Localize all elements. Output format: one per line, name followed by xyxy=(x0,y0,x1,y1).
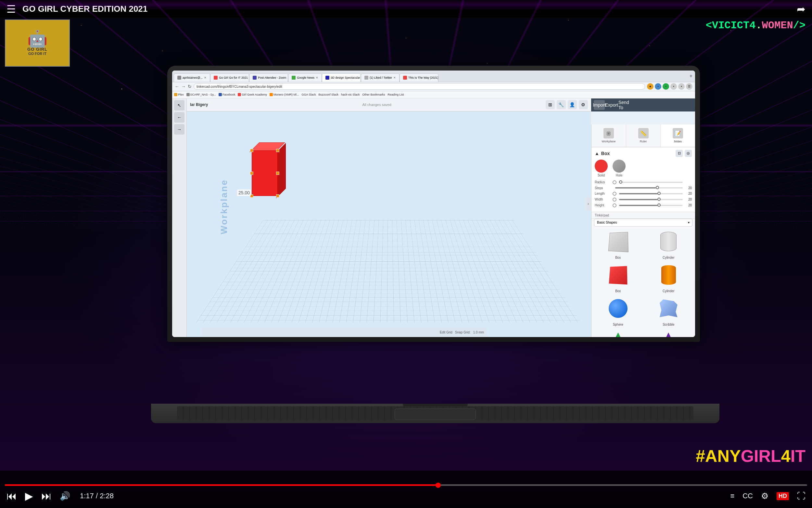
tc-steps-slider[interactable] xyxy=(615,187,683,188)
tc-collapse-panel[interactable]: › xyxy=(585,197,591,210)
tc-length-circle[interactable] xyxy=(613,192,617,196)
tc-shape-box-wire[interactable]: Box xyxy=(594,228,642,259)
selection-handle-ml[interactable] xyxy=(250,172,253,175)
selection-handle-br[interactable] xyxy=(276,194,279,198)
tc-shape-pyramid-purple[interactable]: Cylinder xyxy=(645,329,693,337)
share-button[interactable]: ➦ xyxy=(797,3,806,15)
browser-tab-7[interactable]: This Is The Way (2021)... ✕ xyxy=(399,74,438,82)
tc-expand-arrow[interactable]: ▲ xyxy=(595,151,599,156)
tc-box-view-2[interactable]: ◎ xyxy=(685,150,692,157)
tc-shape-preview-pyramid-green xyxy=(605,329,631,337)
tc-tab-workplane[interactable]: ⊞ Workplane xyxy=(591,125,626,147)
tab-close-6[interactable]: ✕ xyxy=(393,76,396,79)
browser-tab-5[interactable]: 3D design Spectacular B... ✕ xyxy=(322,74,361,82)
tc-tools-icon[interactable]: 🔧 xyxy=(557,100,566,109)
selection-handle-tr[interactable] xyxy=(276,149,279,152)
video-thumbnail[interactable]: 🤖 GO GIRL GO FOR IT xyxy=(5,19,70,67)
tc-radius-circle[interactable] xyxy=(613,180,617,184)
action-btn-4[interactable]: • xyxy=(670,83,677,90)
tc-width-slider[interactable] xyxy=(619,199,683,200)
bookmark-hackvic[interactable]: hack-vic Slack xyxy=(341,93,360,96)
video-controls: ⏮ ▶ ⏭ 🔊 1:17 / 2:28 ≡ CC ⚙ HD ⛶ xyxy=(0,471,812,508)
browser-tab-2[interactable]: Go Girl Go for IT 2021 ✕ xyxy=(210,74,249,82)
tc-shapes-dropdown[interactable]: Basic Shapes ▾ xyxy=(594,219,692,226)
tc-hole-button[interactable]: Hole xyxy=(613,160,626,177)
volume-button[interactable]: 🔊 xyxy=(60,491,70,501)
bookmark-ggaslack[interactable]: GGA Slack xyxy=(301,93,316,96)
tc-prop-radius: Radius xyxy=(595,180,692,184)
forward-button[interactable]: → xyxy=(181,84,186,89)
tc-width-circle[interactable] xyxy=(613,198,617,202)
refresh-button[interactable]: ↻ xyxy=(188,84,192,89)
browser-tab-1[interactable]: aprilstaines@... ✕ xyxy=(174,74,210,82)
back-button[interactable]: ← xyxy=(175,84,179,89)
tc-shape-label-sphere: Sphere xyxy=(613,323,623,326)
tc-shape-sphere[interactable]: Sphere xyxy=(594,295,642,326)
tc-shape-cylinder-orange[interactable]: Cylinder xyxy=(645,262,693,293)
tc-tool-nav-back[interactable]: ← xyxy=(174,112,185,123)
tc-tool-select[interactable]: ↖ xyxy=(174,100,185,111)
tc-view-toggle[interactable]: ⊞ xyxy=(546,100,555,109)
bookmark-scarf[interactable]: SCARF_NAS - Sy... xyxy=(186,93,216,96)
menu-button[interactable]: ☰ xyxy=(6,3,16,15)
action-btn-1[interactable]: ★ xyxy=(647,83,654,90)
progress-bar-thumb[interactable] xyxy=(436,483,441,488)
tc-tool-nav-fwd[interactable]: → xyxy=(174,124,185,134)
browser-tab-4[interactable]: Google News ✕ xyxy=(288,74,322,82)
tc-edit-grid[interactable]: Edit Grid xyxy=(440,331,452,334)
tc-shape-pyramid-green[interactable]: Box xyxy=(594,329,642,337)
selection-handle-mr[interactable] xyxy=(276,172,279,175)
tc-3d-box-object[interactable] xyxy=(252,151,278,196)
tc-height-circle[interactable] xyxy=(613,204,617,207)
caption-button[interactable]: CC xyxy=(743,492,753,500)
tab-close-4[interactable]: ✕ xyxy=(316,76,318,79)
tc-radius-slider[interactable] xyxy=(619,182,683,183)
vicict4-branding: <VICICT4.WOMEN/> xyxy=(706,19,806,32)
tc-settings-icon[interactable]: ⚙ xyxy=(579,100,588,109)
fullscreen-button[interactable]: ⛶ xyxy=(797,491,806,501)
tc-shape-box-red[interactable]: Box xyxy=(594,262,642,293)
action-btn-2[interactable]: • xyxy=(655,83,661,90)
action-btn-3[interactable]: • xyxy=(663,83,669,90)
tc-length-slider[interactable] xyxy=(619,193,683,194)
tc-profile-icon[interactable]: 👤 xyxy=(568,100,577,109)
tc-tab-notes[interactable]: 📝 Notes xyxy=(661,125,695,147)
quality-button[interactable]: HD xyxy=(777,492,789,500)
selection-handle-tl[interactable] xyxy=(250,149,253,152)
tc-hole-label: Hole xyxy=(616,174,623,177)
tc-height-slider[interactable] xyxy=(619,205,683,206)
action-btn-5[interactable]: • xyxy=(678,83,685,90)
tc-tab-ruler[interactable]: 📏 Ruler xyxy=(626,125,661,147)
bookmark-gga[interactable]: Girl Geek Academy xyxy=(238,93,267,96)
shape-cylinder-wireframe xyxy=(660,232,677,251)
tc-nav-icon-3[interactable]: Send To xyxy=(618,100,629,110)
tc-solid-label: Solid xyxy=(598,174,605,177)
settings-button[interactable]: ⚙ xyxy=(761,491,768,501)
bookmark-monero[interactable]: Monero (XMR) Ml... xyxy=(270,93,299,96)
browser-tab-3[interactable]: Post Attendee - Zoom ✕ xyxy=(249,74,288,82)
play-button[interactable]: ▶ xyxy=(25,490,33,502)
action-btn-6[interactable]: ☰ xyxy=(686,83,692,90)
bookmark-facebook[interactable]: Facebook xyxy=(219,93,236,96)
bookmark-reading[interactable]: Reading List xyxy=(388,93,404,96)
new-tab-button[interactable]: + xyxy=(687,73,695,79)
progress-bar-container[interactable] xyxy=(0,484,812,486)
tc-shape-cylinder-wire[interactable]: Cylinder xyxy=(645,228,693,259)
tc-snap-value[interactable]: 1.0 mm xyxy=(473,331,484,334)
tab-label-3: Post Attendee - Zoom xyxy=(258,76,286,79)
tab-close-1[interactable]: ✕ xyxy=(204,76,206,79)
tc-nav-icon-2[interactable]: Export xyxy=(606,100,617,110)
bookmark-buzzconf[interactable]: Buzzconf Slack xyxy=(318,93,338,96)
bookmark-plex[interactable]: Plex xyxy=(174,93,184,96)
bookmark-other[interactable]: Other Bookmarks xyxy=(363,93,385,96)
tc-nav-icon-1[interactable]: Import xyxy=(594,100,605,110)
browser-tab-6[interactable]: (1) Liked / Twitter ✕ xyxy=(361,74,399,82)
tc-viewport[interactable]: Workplane xyxy=(187,112,591,337)
tc-shape-scribble[interactable]: Scribble xyxy=(645,295,693,326)
url-bar[interactable]: tinkercad.com/things/efBYCLmana3-spectac… xyxy=(194,83,645,90)
chapters-button[interactable]: ≡ xyxy=(730,492,734,500)
tc-solid-button[interactable]: Solid xyxy=(595,160,608,177)
skip-back-button[interactable]: ⏮ xyxy=(6,490,17,502)
skip-forward-button[interactable]: ⏭ xyxy=(41,490,52,502)
tc-box-view-1[interactable]: ⊡ xyxy=(676,150,683,157)
